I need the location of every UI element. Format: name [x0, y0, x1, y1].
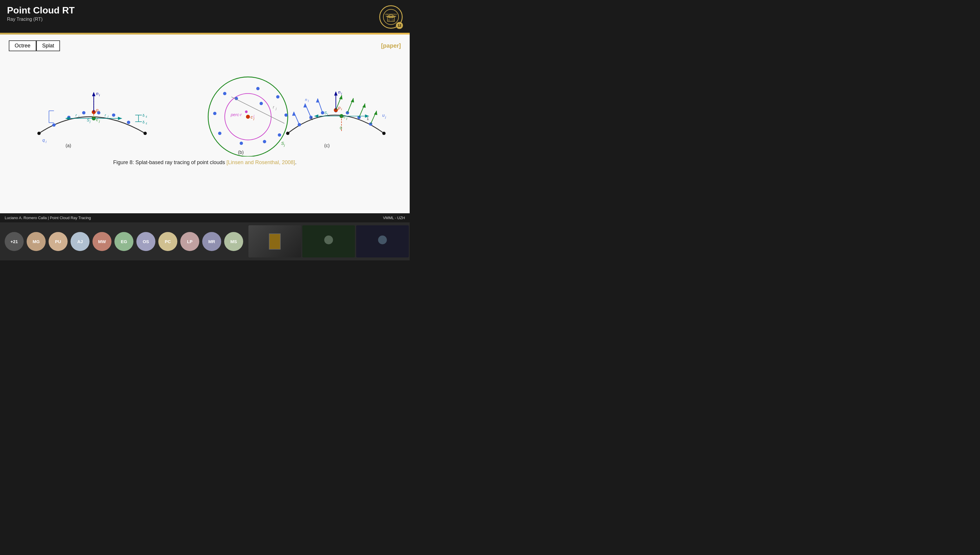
caption-text: Figure 8: Splat-based ray tracing of poi… [113, 159, 226, 165]
slide-number: 12 [396, 22, 403, 29]
svg-point-79 [298, 123, 301, 127]
diagram-b: r j perc·r j c j S j (b) [208, 77, 288, 157]
svg-text:n: n [305, 98, 307, 102]
caption-end: . [295, 159, 297, 165]
slide-subtitle: Ray Tracing (RT) [7, 17, 75, 22]
svg-text:i: i [341, 107, 342, 111]
svg-text:ε: ε [146, 122, 147, 125]
svg-text:p: p [338, 105, 341, 110]
participant-pu: PU [48, 232, 67, 251]
svg-marker-91 [316, 99, 319, 103]
svg-point-77 [286, 132, 289, 135]
svg-line-86 [294, 112, 299, 125]
participant-ms: MS [224, 232, 243, 251]
svg-point-14 [82, 111, 85, 114]
top-bar: Octree Splat [paper] [9, 40, 401, 51]
svg-text:n: n [338, 90, 341, 95]
svg-marker-98 [334, 91, 337, 96]
participant-mw-initials: MW [98, 239, 106, 244]
svg-text:i: i [341, 92, 342, 95]
video-feed-3 [356, 225, 409, 257]
svg-text:l: l [308, 99, 309, 103]
svg-point-55 [245, 110, 247, 113]
svg-text:j: j [275, 107, 277, 110]
svg-text:p: p [96, 107, 98, 112]
svg-marker-106 [362, 104, 366, 108]
participant-plus-count: +21 [5, 232, 24, 251]
svg-text:r: r [105, 113, 106, 117]
svg-point-64 [263, 140, 266, 143]
svg-text:0: 0 [340, 126, 342, 130]
svg-text:δ: δ [143, 114, 144, 118]
title-block: Point Cloud RT Ray Tracing (RT) [7, 5, 75, 22]
svg-text:j: j [253, 117, 255, 120]
participant-mr-initials: MR [209, 239, 215, 244]
svg-point-54 [246, 115, 250, 119]
participant-mw: MW [93, 232, 111, 251]
svg-point-17 [127, 121, 130, 124]
svg-line-88 [305, 104, 311, 118]
slide-container: Point Cloud RT Ray Tracing (RT) UNIVERSI… [0, 0, 410, 222]
octree-tab[interactable]: Octree [9, 40, 36, 51]
svg-marker-34 [118, 117, 122, 120]
svg-point-66 [260, 102, 263, 105]
svg-text:c: c [250, 115, 253, 119]
svg-text:l: l [46, 140, 47, 144]
svg-text:(c): (c) [324, 143, 330, 148]
svg-marker-102 [339, 95, 342, 99]
svg-text:j: j [385, 115, 386, 119]
crest-icon: UNIVERSITAS TURICENSIS [383, 9, 399, 25]
diagram-a: n i p i c j S j r [37, 91, 148, 148]
svg-text:ε: ε [146, 115, 147, 118]
presenter-info: Luciano A. Romero Calla | Point Cloud Ra… [5, 216, 91, 220]
svg-text:j: j [346, 116, 347, 120]
university-logo: UNIVERSITAS TURICENSIS 12 [379, 5, 403, 29]
svg-point-60 [223, 92, 226, 95]
svg-marker-22 [92, 92, 95, 96]
svg-text:n: n [96, 91, 98, 96]
svg-text:-1: -1 [309, 116, 313, 121]
presenter-bar: Luciano A. Romero Calla | Point Cloud Ra… [0, 213, 410, 222]
svg-text:S: S [281, 141, 284, 146]
svg-text:r: r [273, 105, 274, 109]
participant-mg-initials: MG [32, 239, 40, 244]
svg-text:(a): (a) [66, 143, 71, 148]
svg-marker-115 [314, 114, 318, 118]
svg-point-57 [276, 95, 279, 98]
participant-mg: MG [27, 232, 46, 251]
svg-point-78 [382, 132, 385, 135]
video-feed-2 [302, 225, 355, 257]
svg-text:j: j [107, 115, 109, 118]
svg-point-11 [143, 132, 147, 135]
svg-point-62 [218, 132, 221, 135]
figure-caption: Figure 8: Splat-based ray tracing of poi… [9, 159, 401, 165]
diagram-area: n i p i c j S j r [9, 57, 401, 157]
svg-text:δ: δ [143, 120, 144, 124]
participant-lp-initials: LP [187, 239, 192, 244]
splat-tab[interactable]: Splat [36, 40, 60, 51]
paper-link[interactable]: [paper] [381, 42, 401, 49]
svg-point-10 [37, 132, 41, 135]
slide-header: Point Cloud RT Ray Tracing (RT) UNIVERSI… [0, 0, 410, 33]
svg-text:c: c [343, 114, 346, 119]
svg-text:1: 1 [367, 116, 369, 121]
svg-point-63 [240, 141, 243, 145]
svg-text:S: S [324, 111, 327, 115]
svg-point-56 [256, 87, 260, 90]
svg-text:j: j [98, 119, 100, 123]
svg-marker-104 [351, 98, 354, 103]
participant-mr: MR [202, 232, 221, 251]
svg-marker-108 [374, 111, 377, 115]
svg-text:(b): (b) [238, 150, 244, 155]
svg-point-12 [52, 124, 56, 127]
figure-8-diagram: n i p i c j S j r [9, 57, 401, 157]
svg-point-61 [213, 112, 216, 115]
institution-info: VMML - UZH [383, 216, 405, 220]
participant-pc-initials: PC [165, 239, 171, 244]
plus-count-label: +21 [11, 239, 18, 244]
participant-eg: EG [114, 232, 133, 251]
video-feeds [249, 225, 409, 257]
participant-pc: PC [158, 232, 177, 251]
svg-point-58 [284, 114, 288, 117]
slide-body: Octree Splat [paper] [0, 35, 410, 213]
